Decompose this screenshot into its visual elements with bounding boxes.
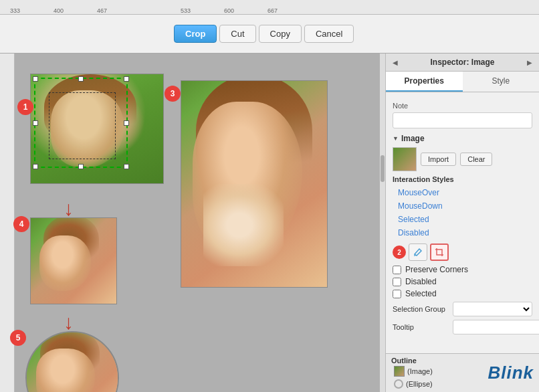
pencil-tool-button[interactable] xyxy=(409,243,427,261)
disabled-row: Disabled xyxy=(393,277,532,286)
right-panel: ◀ Inspector: Image ▶ Properties Style No… xyxy=(385,54,539,392)
toolbar: 333 400 467 533 600 667 Crop Cut Copy Ca… xyxy=(0,0,539,54)
scroll-thumb[interactable] xyxy=(381,155,385,182)
ruler-mark-5: 600 xyxy=(224,7,234,14)
inspector-right-arrow[interactable]: ▶ xyxy=(527,59,532,66)
handle-top-center[interactable] xyxy=(78,76,84,82)
step-4-badge: 4 xyxy=(13,216,29,232)
inspector-left-arrow[interactable]: ◀ xyxy=(393,59,398,66)
bottom-panel: Outline (Image) (Ellipse) Blink xyxy=(386,353,539,392)
step5-container xyxy=(25,331,119,392)
preserve-corners-label: Preserve Corners xyxy=(405,265,468,274)
inspector-tabs: Properties Style xyxy=(386,72,539,92)
outline-item-ellipse[interactable]: (Ellipse) xyxy=(391,378,483,390)
handle-bottom-left[interactable] xyxy=(33,164,38,169)
disabled-label: Disabled xyxy=(405,277,437,286)
selected-row: Selected xyxy=(393,289,532,298)
ruler-mark-6: 667 xyxy=(267,7,278,14)
selection-group-select[interactable] xyxy=(453,302,532,316)
arrow-4-to-5: ↓ xyxy=(64,311,74,334)
outline-item-image[interactable]: (Image) xyxy=(391,365,483,378)
inner-selection-box xyxy=(49,92,116,159)
ruler-mark-3: 467 xyxy=(97,7,107,14)
step-2-badge: 2 xyxy=(393,246,406,259)
image-thumbnail xyxy=(393,147,417,171)
image-row: Import Clear xyxy=(393,147,532,171)
arrow-1-to-4: ↓ xyxy=(64,197,74,220)
tab-properties[interactable]: Properties xyxy=(386,72,463,92)
handle-top-left[interactable] xyxy=(33,76,38,82)
note-label: Note xyxy=(393,102,532,110)
interaction-styles: MouseOver MouseDown Selected Disabled xyxy=(393,186,532,239)
handle-mid-left[interactable] xyxy=(33,120,38,126)
tooltip-label: Tooltip xyxy=(393,323,453,331)
scroll-indicator[interactable] xyxy=(380,54,385,392)
mouse-down-item[interactable]: MouseDown xyxy=(393,199,532,213)
outline-image-label: (Image) xyxy=(407,367,433,375)
selection-group-label: Selection Group xyxy=(393,305,453,313)
preserve-corners-checkbox[interactable] xyxy=(393,266,401,274)
step-1-badge: 1 xyxy=(17,99,33,115)
disabled-item[interactable]: Disabled xyxy=(393,226,532,239)
import-button[interactable]: Import xyxy=(421,153,456,166)
selected-checkbox[interactable] xyxy=(393,290,401,298)
image-section-triangle: ▼ xyxy=(393,135,399,142)
ruler-horizontal: 333 400 467 533 600 667 xyxy=(0,0,539,15)
center-image[interactable] xyxy=(181,80,328,288)
outline-ellipse-icon xyxy=(394,379,403,389)
crop-button[interactable]: Crop xyxy=(174,25,217,43)
main-content: 1 xyxy=(0,54,539,392)
clear-button[interactable]: Clear xyxy=(460,153,492,166)
center-image-container xyxy=(181,80,328,288)
blink-logo: Blink xyxy=(488,363,534,383)
step-3-badge: 3 xyxy=(165,86,181,102)
ruler-mark-2: 400 xyxy=(53,7,64,14)
preserve-corners-row: Preserve Corners xyxy=(393,265,532,274)
crop-tool-button[interactable] xyxy=(430,243,449,261)
mouse-over-item[interactable]: MouseOver xyxy=(393,186,532,199)
selection-box[interactable] xyxy=(34,78,128,168)
inspector-body: Note ▼ Image Import Clear Interaction St… xyxy=(386,92,539,353)
blink-logo-container: Blink xyxy=(488,363,534,383)
tooltip-row: Tooltip xyxy=(393,320,532,334)
ruler-mark-1: 333 xyxy=(10,7,20,14)
step4-container xyxy=(30,217,117,304)
step1-image[interactable] xyxy=(30,74,164,184)
outline-label: Outline xyxy=(391,357,483,365)
handle-bottom-center[interactable] xyxy=(78,164,84,169)
note-input[interactable] xyxy=(393,112,532,128)
outline-image-icon xyxy=(394,366,405,377)
copy-button[interactable]: Copy xyxy=(259,25,302,43)
selected-item[interactable]: Selected xyxy=(393,213,532,226)
cancel-button[interactable]: Cancel xyxy=(304,25,354,43)
step4-image[interactable] xyxy=(30,217,117,304)
selection-group-row: Selection Group xyxy=(393,302,532,316)
step5-image[interactable] xyxy=(25,331,119,392)
outline-ellipse-label: (Ellipse) xyxy=(406,380,433,388)
handle-top-right[interactable] xyxy=(124,76,129,82)
step1-container xyxy=(30,74,164,184)
selected-label: Selected xyxy=(405,289,437,298)
image-section-title: ▼ Image xyxy=(393,134,532,143)
inspector-header: ◀ Inspector: Image ▶ xyxy=(386,54,539,72)
inspector-title: Inspector: Image xyxy=(398,58,527,67)
ruler-mark-4: 533 xyxy=(181,7,191,14)
canvas-area[interactable]: 1 xyxy=(0,54,380,392)
handle-mid-right[interactable] xyxy=(124,120,129,126)
interaction-styles-label: Interaction Styles xyxy=(393,175,532,183)
tab-style[interactable]: Style xyxy=(463,72,540,92)
step-5-badge: 5 xyxy=(10,330,26,346)
handle-bottom-right[interactable] xyxy=(124,164,129,169)
image-section-label: Image xyxy=(401,134,425,143)
tooltip-input[interactable] xyxy=(453,320,539,334)
tool-row: 2 xyxy=(393,243,532,261)
disabled-checkbox[interactable] xyxy=(393,278,401,286)
cut-button[interactable]: Cut xyxy=(219,25,255,43)
